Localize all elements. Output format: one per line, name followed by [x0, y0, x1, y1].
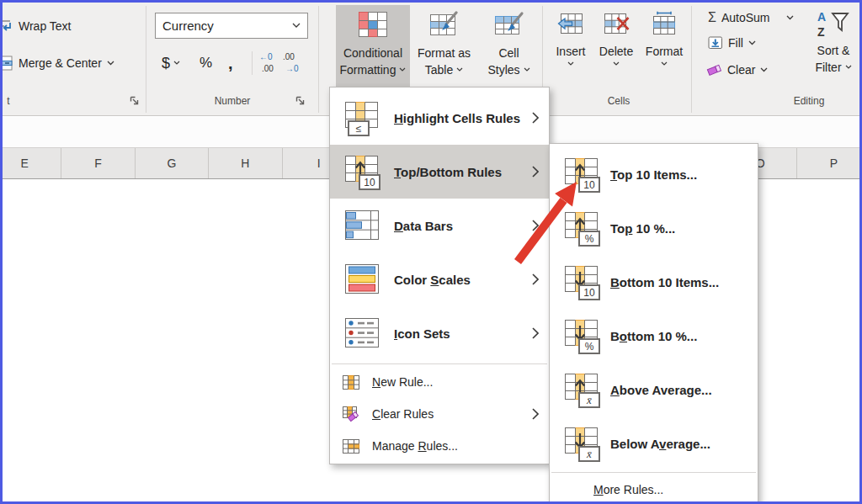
svg-text:.00: .00 [283, 52, 295, 61]
accounting-format-button[interactable]: $ [162, 50, 180, 77]
column-header[interactable]: G [136, 148, 209, 178]
conditional-formatting-menu: ≤ Highlight Cells Rules 10 Top/Bottom Ru… [329, 87, 550, 464]
submenu-item-more-rules[interactable]: More Rules... [550, 475, 758, 504]
conditional-formatting-button[interactable]: Conditional Formatting [336, 5, 410, 93]
insert-icon [557, 11, 584, 36]
decrease-decimal-icon: .00 →0 [281, 50, 304, 75]
svg-text:←0: ←0 [259, 52, 273, 61]
chevron-down-icon [786, 15, 794, 20]
chevron-down-icon [292, 23, 301, 29]
cell-styles-button[interactable]: Cell Styles [478, 5, 540, 93]
sort-filter-button[interactable]: A Z Sort & Filter [809, 7, 858, 91]
percent-badge: % [578, 231, 600, 247]
menu-item-top-bottom-rules[interactable]: 10 Top/Bottom Rules [330, 145, 549, 199]
dollar-sign-label: $ [162, 55, 170, 72]
chevron-down-icon [567, 61, 574, 66]
column-header[interactable]: E [3, 148, 61, 178]
sort-filter-label-2: Filter [815, 59, 841, 76]
highlight-cells-rules-icon: ≤ [343, 99, 380, 136]
svg-text:Z: Z [817, 25, 825, 39]
cell-styles-icon [494, 11, 524, 40]
column-header[interactable]: H [209, 148, 282, 178]
decrease-decimal-button[interactable]: .00 →0 [281, 50, 304, 78]
delete-cells-button[interactable]: Delete [593, 5, 639, 93]
number-format-dropdown[interactable]: Currency [155, 13, 308, 39]
bottom-10-percent-icon: % [563, 317, 600, 354]
group-divider [691, 6, 692, 113]
clear-rules-icon [342, 405, 360, 423]
menu-item-new-rule[interactable]: New Rule... [330, 366, 549, 398]
chevron-down-icon [845, 65, 852, 70]
submenu-item-above-average[interactable]: x̄ Above Average... [550, 363, 758, 416]
number-dialog-launcher-icon[interactable] [295, 94, 306, 106]
conditional-formatting-label-1: Conditional [343, 45, 402, 61]
comma-style-button[interactable]: , [228, 53, 233, 73]
submenu-item-below-average[interactable]: x̄ Below Average... [550, 416, 758, 470]
clear-label: Clear [727, 63, 755, 77]
wrap-text-button[interactable]: Wrap Text [3, 16, 72, 36]
delete-icon [603, 11, 630, 36]
merge-center-label: Merge & Center [19, 56, 102, 70]
submenu-item-top-10-percent[interactable]: % Top 10 %... [550, 201, 758, 255]
top-10-percent-icon: % [563, 210, 600, 247]
sort-filter-icon: A Z [816, 10, 851, 39]
xbar-badge: x̄ [578, 446, 600, 462]
percent-style-button[interactable]: % [200, 50, 212, 77]
chevron-down-icon [748, 40, 756, 45]
menu-separator [551, 472, 756, 473]
group-divider [318, 6, 319, 113]
autosum-label: AutoSum [721, 11, 770, 24]
lte-badge: ≤ [348, 120, 370, 136]
menu-item-highlight-cells-rules[interactable]: ≤ Highlight Cells Rules [330, 91, 549, 145]
ten-badge: 10 [578, 177, 600, 193]
percent-label: % [200, 55, 212, 72]
autosum-button[interactable]: Σ AutoSum [708, 10, 794, 25]
ten-badge: 10 [578, 284, 600, 300]
submenu-item-bottom-10-percent[interactable]: % Bottom 10 %... [550, 309, 758, 363]
cell-styles-label-1: Cell [498, 45, 519, 61]
menu-item-data-bars[interactable]: Data Bars [330, 199, 549, 252]
below-average-icon: x̄ [563, 425, 600, 462]
menu-item-icon-sets[interactable]: Icon Sets [330, 306, 549, 360]
new-rule-icon [342, 373, 360, 391]
format-as-table-button[interactable]: Format as Table [410, 5, 478, 93]
increase-decimal-button[interactable]: ←0 .00 [258, 50, 280, 78]
clear-button[interactable]: Clear [706, 62, 768, 77]
column-header[interactable]: F [61, 148, 135, 178]
fill-button[interactable]: Fill [708, 36, 756, 50]
submenu-item-top-10-items[interactable]: 10 Top 10 Items... [550, 147, 758, 201]
insert-cells-button[interactable]: Insert [548, 5, 593, 93]
conditional-formatting-icon [358, 11, 388, 40]
submenu-item-bottom-10-items[interactable]: 10 Bottom 10 Items... [550, 255, 758, 309]
format-cells-button[interactable]: Format [639, 5, 689, 93]
format-icon [651, 11, 678, 36]
menu-separator [332, 363, 547, 364]
conditional-formatting-label-2: Formatting [340, 61, 396, 78]
number-format-value: Currency [162, 19, 292, 33]
fill-icon [708, 36, 723, 50]
number-group-label: Number [155, 95, 310, 107]
icon-sets-icon [343, 315, 380, 352]
svg-text:→0: →0 [285, 64, 299, 73]
submenu-arrow-icon [532, 166, 539, 178]
chevron-down-icon [399, 67, 406, 72]
alignment-dialog-launcher-icon[interactable] [129, 94, 141, 106]
column-header[interactable]: P [797, 148, 859, 178]
color-scales-icon [343, 261, 380, 298]
percent-badge: % [578, 338, 600, 354]
xbar-badge: x̄ [578, 392, 600, 408]
data-bars-icon [343, 207, 380, 244]
alignment-group-label: t [3, 95, 14, 107]
menu-item-color-scales[interactable]: Color Scales [330, 252, 549, 306]
top-10-items-icon: 10 [563, 156, 600, 193]
menu-item-clear-rules[interactable]: Clear Rules [330, 398, 549, 430]
editing-group-label: Editing [738, 95, 862, 107]
merge-center-button[interactable]: Merge & Center [3, 53, 114, 73]
menu-item-manage-rules[interactable]: Manage Rules... [330, 430, 549, 462]
format-label: Format [646, 43, 683, 60]
autosum-sigma-icon: Σ [708, 10, 716, 25]
sort-filter-label-1: Sort & [817, 42, 850, 59]
submenu-arrow-icon [532, 220, 539, 231]
top-bottom-rules-icon: 10 [343, 153, 380, 190]
fill-label: Fill [728, 36, 743, 50]
